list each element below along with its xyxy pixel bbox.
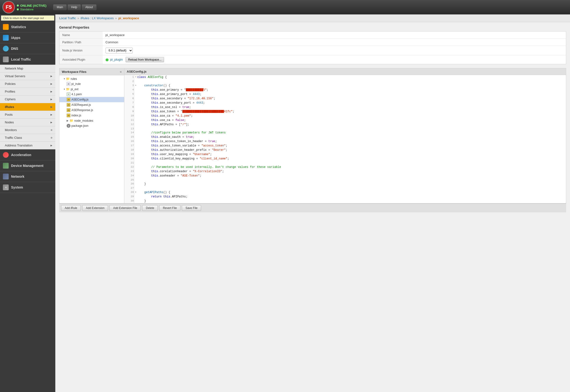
rule-file-icon: iR bbox=[67, 82, 70, 86]
folder-icon: 📁 bbox=[66, 87, 70, 91]
line-code bbox=[137, 186, 566, 190]
line-code: this.ase_secondary_port = 4443; bbox=[137, 101, 566, 105]
add-irule-button[interactable]: Add iRule bbox=[61, 205, 81, 211]
sidebar-item-pools[interactable]: Pools ▶ bbox=[0, 111, 55, 119]
workspace-files-label: Workspace Files bbox=[62, 70, 86, 74]
tree-item-package[interactable]: ● package.json bbox=[59, 123, 124, 128]
rules-folder-label: rules bbox=[71, 77, 77, 81]
network-icon bbox=[3, 174, 9, 179]
standalone-dot bbox=[17, 8, 19, 10]
line-code: // Parameters to be used internally. Don… bbox=[137, 165, 566, 169]
revert-file-button[interactable]: Revert File bbox=[159, 205, 180, 211]
line-arrow bbox=[134, 110, 137, 114]
breadcrumb-sep2: » bbox=[115, 16, 117, 20]
sidebar-item-iapps[interactable]: iApps bbox=[0, 32, 55, 43]
code-line-26: 26 } bbox=[124, 182, 566, 186]
arrow-icon: ▶ bbox=[51, 90, 52, 93]
tree-item-node-modules[interactable]: ▶ 📁 node_modules bbox=[59, 118, 124, 123]
prop-value-name: pi_workspace bbox=[103, 31, 566, 39]
line-code: constructor() { bbox=[137, 84, 566, 88]
line-arrow bbox=[134, 186, 137, 190]
code-line-19: 19 this.user_key_mapping = "Username"; bbox=[124, 152, 566, 156]
folder-icon: 📁 bbox=[66, 77, 70, 81]
statistics-label: Statistics bbox=[11, 25, 26, 29]
tree-item-index[interactable]: JS index.js bbox=[59, 113, 124, 118]
tree-item-aserequest[interactable]: JS ASERequest.js bbox=[59, 102, 124, 108]
collapse-button[interactable]: « bbox=[120, 70, 122, 74]
acceleration-icon bbox=[3, 152, 9, 158]
sidebar-item-local-traffic[interactable]: Local Traffic bbox=[0, 54, 55, 65]
tree-item-pi-ext[interactable]: ▾ 📁 pi_ext bbox=[59, 86, 124, 92]
line-number: 14 bbox=[124, 131, 134, 135]
sidebar-section-dns: DNS bbox=[0, 43, 55, 54]
sidebar-item-profiles[interactable]: Profiles ▶ bbox=[0, 88, 55, 96]
line-arrow bbox=[134, 97, 137, 101]
sidebar-item-ciphers[interactable]: Ciphers ▶ bbox=[0, 96, 55, 103]
sidebar-item-acceleration[interactable]: Acceleration bbox=[0, 150, 55, 160]
sidebar-item-network-map[interactable]: Network Map bbox=[0, 65, 55, 72]
line-arrow bbox=[134, 79, 137, 84]
top-bar: F5 ONLINE (ACTIVE) Standalone Main Help … bbox=[0, 0, 570, 14]
system-icon: ⚙ bbox=[3, 184, 9, 190]
line-number: 12 bbox=[124, 122, 134, 127]
line-number: 19 bbox=[124, 152, 134, 156]
nodejs-version-select[interactable]: 6.9.1 (default) bbox=[106, 48, 133, 53]
code-line-7: 7 this.ase_secondary_port = 4443; bbox=[124, 101, 566, 105]
sidebar-item-network[interactable]: Network bbox=[0, 171, 55, 182]
help-nav-button[interactable]: Help bbox=[68, 4, 81, 10]
line-arrow bbox=[134, 105, 137, 110]
sidebar-item-statistics[interactable]: Statistics bbox=[0, 22, 55, 32]
prop-label-nodejs: Node.js Version bbox=[59, 46, 103, 55]
delete-button[interactable]: Delete bbox=[142, 205, 158, 211]
line-arrow bbox=[134, 156, 137, 161]
sidebar-item-dns[interactable]: DNS bbox=[0, 43, 55, 54]
code-line-29: 29 return this.APIPaths; bbox=[124, 195, 566, 199]
code-line-14: 14 //configure below parameters for JWT … bbox=[124, 131, 566, 135]
plugin-link[interactable]: pi_plugin bbox=[110, 58, 123, 61]
device-management-label: Device Management bbox=[11, 164, 43, 168]
sidebar-item-irules[interactable]: iRules ▶ bbox=[0, 103, 55, 111]
tree-item-pi-irule[interactable]: iR pi_irule bbox=[59, 81, 124, 86]
node-modules-label: node_modules bbox=[74, 119, 93, 122]
code-panel: ASEConfig.js 1 ▾ class ASEConfig { 2 3 ▾… bbox=[124, 68, 566, 203]
code-body[interactable]: 1 ▾ class ASEConfig { 2 3 ▾ constructor(… bbox=[124, 75, 566, 203]
sidebar-section-acceleration: Acceleration bbox=[0, 150, 55, 160]
tree-item-rules[interactable]: ▾ 📁 rules bbox=[59, 76, 124, 81]
add-extension-button[interactable]: Add Extension bbox=[82, 205, 108, 211]
sidebar-item-system[interactable]: ⚙ System bbox=[0, 182, 55, 193]
about-nav-button[interactable]: About bbox=[82, 4, 97, 10]
sidebar-item-traffic-class[interactable]: Traffic Class ⊕ bbox=[0, 134, 55, 142]
code-header: ASEConfig.js bbox=[124, 68, 566, 75]
save-file-button[interactable]: Save File bbox=[182, 205, 201, 211]
sidebar-item-monitors[interactable]: Monitors ⊕ bbox=[0, 126, 55, 134]
arrow-icon: ▶ bbox=[51, 113, 52, 116]
line-code: this.ase_primary = "██████████5"; bbox=[137, 88, 566, 92]
line-number: 21 bbox=[124, 161, 134, 165]
sidebar-item-address-translation[interactable]: Address Translation ▶ bbox=[0, 142, 55, 149]
properties-table: Name pi_workspace Partition / Path Commo… bbox=[59, 31, 566, 64]
reload-button[interactable]: Reload from Workspace... bbox=[125, 57, 164, 62]
f5-logo: F5 bbox=[2, 1, 15, 14]
tree-item-pem[interactable]: ≡ 4.1.pem bbox=[59, 92, 124, 97]
tree-item-aseresponse[interactable]: JS ASEResponse.js bbox=[59, 108, 124, 113]
sidebar-item-policies[interactable]: Policies ▶ bbox=[0, 80, 55, 88]
breadcrumb-local-traffic[interactable]: Local Traffic bbox=[59, 16, 76, 20]
main-nav-button[interactable]: Main bbox=[53, 4, 67, 10]
line-number: 15 bbox=[124, 135, 134, 139]
line-number: 7 bbox=[124, 101, 134, 105]
sidebar-item-device-management[interactable]: Device Management bbox=[0, 160, 55, 171]
sidebar-item-nodes[interactable]: Nodes ▶ bbox=[0, 119, 55, 126]
line-code: this.APIPaths = ["/"]; bbox=[137, 122, 566, 127]
line-arrow bbox=[134, 148, 137, 152]
code-filename: ASEConfig.js bbox=[127, 70, 146, 73]
dns-icon bbox=[3, 46, 9, 52]
line-arrow bbox=[134, 195, 137, 199]
tree-item-aseconfig[interactable]: JS ASEConfig.js bbox=[59, 97, 124, 102]
line-arrow bbox=[134, 165, 137, 169]
js-file-icon: JS bbox=[67, 103, 70, 107]
breadcrumb-irules[interactable]: iRules : LX Workspaces bbox=[81, 16, 114, 20]
line-code: //configure below parameters for JWT tok… bbox=[137, 131, 566, 135]
sidebar-section-system: ⚙ System bbox=[0, 182, 55, 193]
add-extension-file-button[interactable]: Add Extension File bbox=[110, 205, 141, 211]
sidebar-item-virtual-servers[interactable]: Virtual Servers ▶ bbox=[0, 72, 55, 80]
